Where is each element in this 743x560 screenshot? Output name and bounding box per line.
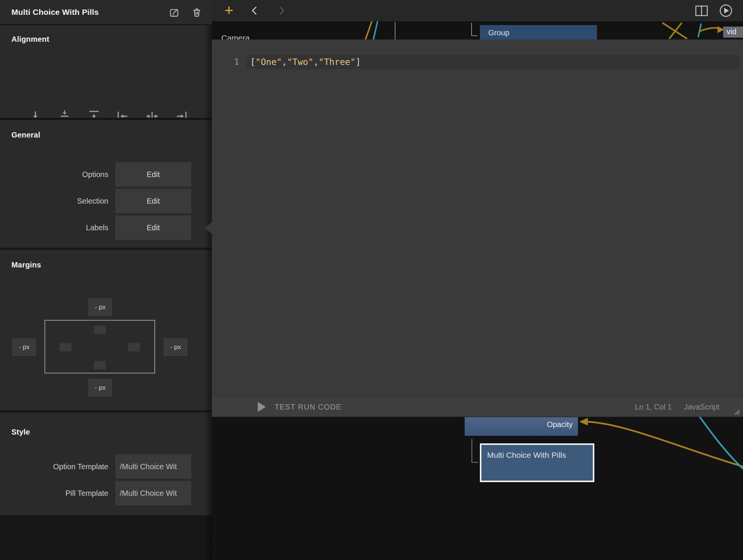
split-view-icon[interactable] bbox=[694, 3, 709, 18]
test-run-code-button[interactable]: TEST RUN CODE bbox=[258, 397, 341, 417]
test-run-code-label: TEST RUN CODE bbox=[275, 403, 341, 411]
margin-left-field[interactable]: - px bbox=[12, 338, 36, 356]
resize-grip[interactable] bbox=[732, 408, 741, 415]
margins-section: Margins - px - px - px - px bbox=[0, 250, 212, 410]
selected-patch-title: Multi Choice With Pills bbox=[11, 8, 157, 17]
align-left-icon[interactable] bbox=[115, 109, 130, 118]
app-window: Multi Choice With Pills Alignme bbox=[0, 0, 743, 560]
alignment-section-title: Alignment bbox=[11, 35, 49, 44]
opacity-node[interactable]: Opacity bbox=[465, 417, 578, 436]
labels-row: Labels Edit bbox=[0, 215, 212, 240]
rename-icon[interactable] bbox=[169, 7, 179, 17]
run-preview-icon[interactable] bbox=[719, 3, 733, 18]
graph-wires-top bbox=[212, 21, 743, 40]
margin-top-field[interactable]: - px bbox=[88, 298, 112, 316]
selection-edit-button[interactable]: Edit bbox=[115, 189, 191, 213]
group-node[interactable]: Group bbox=[480, 25, 597, 40]
align-horizontal-center-icon[interactable] bbox=[144, 109, 160, 118]
option-template-row: Option Template /Multi Choice Wit bbox=[0, 454, 212, 479]
sidebar-header: Multi Choice With Pills bbox=[0, 0, 212, 25]
play-icon bbox=[258, 402, 266, 412]
code-token: "One" bbox=[256, 57, 282, 67]
margin-bottom-field[interactable]: - px bbox=[88, 379, 112, 397]
margins-diagram bbox=[44, 320, 155, 373]
line-number: 1 bbox=[230, 55, 243, 69]
add-patch-button[interactable]: + bbox=[222, 3, 236, 18]
general-section: General Options Edit Selection Edit Labe… bbox=[0, 120, 212, 248]
multi-choice-node-label: Multi Choice With Pills bbox=[481, 445, 593, 461]
multi-choice-with-pills-node[interactable]: Multi Choice With Pills bbox=[480, 443, 594, 482]
labels-label: Labels bbox=[0, 223, 108, 232]
options-edit-button[interactable]: Edit bbox=[115, 162, 191, 187]
navigate-forward-button[interactable] bbox=[276, 5, 287, 16]
option-template-field[interactable]: /Multi Choice Wit bbox=[115, 454, 191, 479]
patch-toolbar: + bbox=[212, 0, 743, 21]
options-label: Options bbox=[0, 170, 108, 179]
pill-template-row: Pill Template /Multi Choice Wit bbox=[0, 481, 212, 505]
align-vertical-center-icon[interactable] bbox=[57, 109, 72, 118]
pill-template-label: Pill Template bbox=[0, 489, 108, 498]
alignment-buttons bbox=[28, 109, 189, 118]
video-node[interactable]: vid bbox=[723, 27, 743, 38]
popover-callout-arrow bbox=[204, 222, 212, 234]
labels-edit-button[interactable]: Edit bbox=[115, 215, 191, 240]
code-editor-popover: 1 ["One","Two","Three"] TEST RUN CODE Ln… bbox=[212, 40, 743, 417]
node-graph-top-strip: Camera Group vid bbox=[212, 21, 743, 40]
options-row: Options Edit bbox=[0, 162, 212, 187]
align-right-icon[interactable] bbox=[174, 109, 189, 118]
margins-diagram-left-handle bbox=[60, 343, 71, 351]
code-token: ] bbox=[356, 57, 361, 67]
alignment-section: Alignment bbox=[0, 25, 212, 118]
graph-wires-bottom bbox=[212, 417, 743, 560]
properties-sidebar: Multi Choice With Pills Alignme bbox=[0, 0, 212, 560]
selection-label: Selection bbox=[0, 197, 108, 206]
node-graph-bottom: Opacity Multi Choice With Pills bbox=[212, 417, 743, 560]
pill-template-field[interactable]: /Multi Choice Wit bbox=[115, 481, 191, 505]
margins-diagram-top-handle bbox=[94, 326, 106, 334]
code-token: "Two" bbox=[287, 57, 313, 67]
selection-row: Selection Edit bbox=[0, 189, 212, 213]
cursor-position: Ln 1, Col 1 bbox=[635, 403, 672, 411]
code-token: [ bbox=[250, 57, 256, 67]
general-section-title: General bbox=[11, 131, 40, 139]
option-template-label: Option Template bbox=[0, 462, 108, 471]
code-token: , bbox=[282, 57, 287, 67]
align-top-icon[interactable] bbox=[86, 109, 102, 118]
style-section-title: Style bbox=[11, 428, 30, 437]
style-section: Style Option Template /Multi Choice Wit … bbox=[0, 413, 212, 515]
margin-right-field[interactable]: - px bbox=[164, 338, 187, 356]
code-line[interactable]: ["One","Two","Three"] bbox=[246, 55, 739, 69]
navigate-back-button[interactable] bbox=[249, 5, 260, 16]
editor-footer-bar: TEST RUN CODE Ln 1, Col 1 JavaScript bbox=[212, 396, 743, 417]
code-token: "Three" bbox=[319, 57, 356, 67]
margins-section-title: Margins bbox=[11, 261, 41, 269]
delete-icon[interactable] bbox=[192, 7, 202, 17]
margins-diagram-right-handle bbox=[128, 343, 140, 351]
align-bottom-icon[interactable] bbox=[28, 109, 43, 118]
camera-node[interactable]: Camera bbox=[221, 33, 250, 40]
language-selector[interactable]: JavaScript bbox=[684, 403, 719, 411]
margins-diagram-bottom-handle bbox=[94, 361, 106, 369]
code-token: , bbox=[313, 57, 319, 67]
